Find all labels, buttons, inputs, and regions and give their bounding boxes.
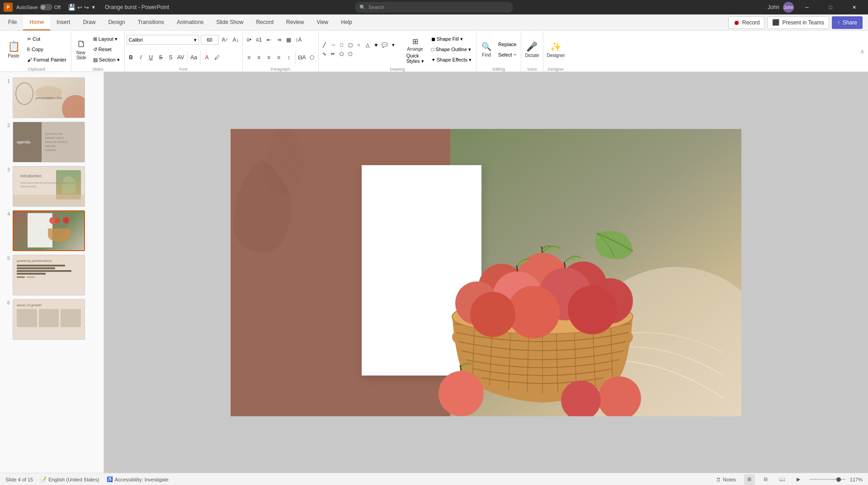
layout-button[interactable]: ⊞ Layout ▾ (90, 34, 123, 44)
text-direction-button[interactable]: ↕A (294, 35, 303, 44)
shape-fill-button[interactable]: ◼ Shape Fill ▾ (429, 34, 474, 44)
font-color-button[interactable]: A (203, 53, 212, 62)
rounded-rect-tool[interactable]: ▢ (346, 41, 354, 49)
search-box[interactable]: 🔍 Search (355, 2, 513, 13)
star-tool[interactable]: ★ (372, 41, 380, 49)
decrease-indent-button[interactable]: ⇤ (264, 35, 274, 44)
char-spacing-button[interactable]: AV (176, 53, 185, 62)
view-slideshow-button[interactable]: ▶ (793, 474, 804, 485)
curve-tool[interactable]: ∿ (321, 50, 329, 58)
justify-button[interactable]: ≡ (274, 53, 283, 62)
view-normal-button[interactable]: ⊞ (744, 474, 755, 485)
tab-draw[interactable]: Draw (76, 14, 102, 30)
align-text-button[interactable]: ⊟A (297, 53, 307, 62)
tab-insert[interactable]: Insert (50, 14, 76, 30)
ribbon-collapse-button[interactable]: ∧ (859, 32, 866, 71)
shape-outline-button[interactable]: □ Shape Outline ▾ (429, 44, 474, 54)
slide-3-thumbnail[interactable]: introduction Lorem ipsum dolor sit amet … (13, 166, 85, 207)
user-avatar[interactable]: John (783, 2, 794, 13)
underline-button[interactable]: U (146, 53, 156, 62)
tab-file[interactable]: File (2, 14, 23, 30)
select-button[interactable]: Select ~ (495, 50, 519, 60)
shape-effects-button[interactable]: ✦ Shape Effects ▾ (429, 55, 474, 65)
align-left-button[interactable]: ≡ (245, 53, 254, 62)
format-painter-button[interactable]: 🖌 Format Painter (24, 55, 69, 65)
zoom-slider[interactable] (809, 479, 845, 480)
reset-button[interactable]: ↺ Reset (90, 44, 123, 54)
decrease-font-button[interactable]: A↓ (231, 35, 241, 44)
slide-6-item[interactable]: 6 areas of growth (0, 297, 104, 342)
paste-button[interactable]: 📋 Paste (4, 38, 24, 61)
autosave-toggle[interactable] (40, 4, 52, 10)
tab-design[interactable]: Design (102, 14, 131, 30)
increase-font-button[interactable]: A↑ (221, 35, 230, 44)
section-button[interactable]: ▤ Section ▾ (90, 55, 123, 65)
find-button[interactable]: 🔍 Find (478, 38, 495, 60)
slide-1-thumbnail[interactable]: presentation title (13, 77, 85, 118)
slide-3-item[interactable]: 3 introduction Lorem ipsum dolor sit ame… (0, 164, 104, 209)
tab-home[interactable]: Home (23, 14, 50, 30)
strikethrough-button[interactable]: S (156, 53, 165, 62)
replace-button[interactable]: Replace (495, 39, 519, 49)
quick-styles-button[interactable]: QuickStyles ▾ (404, 54, 427, 64)
more-shapes-btn[interactable]: ▾ (389, 41, 397, 49)
tab-transitions[interactable]: Transitions (132, 14, 170, 30)
pentagon-tool[interactable]: ⬠ (338, 50, 346, 58)
slide-4-thumbnail[interactable] (13, 210, 85, 251)
bold-button[interactable]: B (127, 53, 136, 62)
customize-button[interactable]: ▼ (91, 5, 96, 10)
rect-tool[interactable]: □ (338, 41, 346, 49)
callout-tool[interactable]: 💬 (381, 41, 389, 49)
slide-2-thumbnail[interactable]: agenda INTRODUCTION PRIMARY GOALS AREAS … (13, 122, 85, 162)
oval-tool[interactable]: ○ (355, 41, 363, 49)
tab-animations[interactable]: Animations (170, 14, 210, 30)
tab-help[interactable]: Help (335, 14, 359, 30)
shadow-button[interactable]: S (166, 53, 175, 62)
accessibility-area[interactable]: ♿ Accessibility: Investigate (107, 476, 169, 482)
line-tool[interactable]: ╱ (321, 41, 329, 49)
slide-2-item[interactable]: 2 agenda INTRODUCTION PRIMARY GOALS AREA… (0, 120, 104, 164)
align-center-button[interactable]: ≡ (255, 53, 264, 62)
view-reading-button[interactable]: 📖 (777, 474, 788, 485)
smartart-button[interactable]: ⬡ (307, 53, 316, 62)
numbering-button[interactable]: ≡1 (255, 35, 264, 44)
freeform-tool[interactable]: ✏ (329, 50, 337, 58)
designer-button[interactable]: ✨ Designer (545, 38, 567, 60)
undo-button[interactable]: ↩ (77, 4, 82, 11)
slide-4-item[interactable]: 4 (0, 209, 104, 253)
tab-slideshow[interactable]: Slide Show (210, 14, 250, 30)
font-name-selector[interactable]: Calibri ▾ (127, 35, 199, 45)
columns-button[interactable]: ▦ (284, 35, 293, 44)
present-teams-button[interactable]: ⬛ Present in Teams (767, 16, 829, 29)
bullets-button[interactable]: ≡• (245, 35, 254, 44)
slide-5-thumbnail[interactable]: quarterly performance (13, 255, 85, 295)
hexagon-tool[interactable]: ⬡ (346, 50, 354, 58)
italic-button[interactable]: I (137, 53, 146, 62)
slide-1-item[interactable]: 1 presentation title (0, 76, 104, 120)
redo-button[interactable]: ↪ (84, 4, 89, 11)
highlight-button[interactable]: 🖊 (212, 53, 222, 62)
font-size-selector[interactable]: 60 (201, 35, 219, 45)
notes-button[interactable]: 🗒 Notes (713, 474, 739, 485)
slide-6-thumbnail[interactable]: areas of growth (13, 299, 85, 340)
align-right-button[interactable]: ≡ (264, 53, 274, 62)
line-spacing-button[interactable]: ↕ (284, 53, 293, 62)
close-button[interactable]: ✕ (844, 0, 864, 14)
zoom-slider-thumb[interactable] (836, 477, 841, 482)
slide-5-item[interactable]: 5 quarterly performance (0, 253, 104, 297)
arrow-tool[interactable]: → (329, 41, 337, 49)
dictate-button[interactable]: 🎤 Dictate (523, 38, 541, 60)
tab-record[interactable]: Record (250, 14, 280, 30)
tab-view[interactable]: View (310, 14, 335, 30)
arrange-button[interactable]: ⊞ Arrange (404, 35, 427, 53)
maximize-button[interactable]: □ (820, 0, 841, 14)
tab-review[interactable]: Review (280, 14, 310, 30)
copy-button[interactable]: ⎘ Copy (24, 44, 69, 54)
triangle-tool[interactable]: △ (363, 41, 372, 49)
cut-button[interactable]: ✂ Cut (24, 34, 69, 44)
increase-indent-button[interactable]: ⇥ (274, 35, 283, 44)
font-case-button[interactable]: Aa (189, 53, 198, 62)
minimize-button[interactable]: ─ (797, 0, 817, 14)
share-button[interactable]: ↑ Share (832, 16, 863, 29)
new-slide-button[interactable]: 🗋 NewSlide (73, 38, 90, 61)
